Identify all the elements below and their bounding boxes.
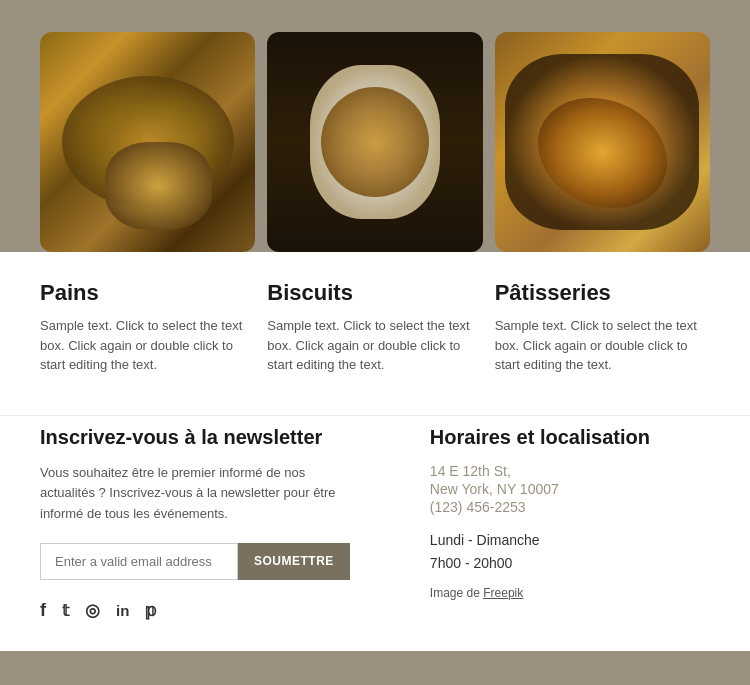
instagram-icon[interactable]: ◎ [85, 600, 100, 621]
social-icons-row: f 𝕥 ◎ in 𝕡 [40, 600, 350, 621]
linkedin-icon[interactable]: in [116, 602, 129, 619]
hours-days: Lundi - Dimanche [430, 532, 540, 548]
pinterest-icon[interactable]: 𝕡 [145, 600, 157, 621]
image-credit-prefix: Image de [430, 586, 483, 600]
bakery-images-row [0, 0, 750, 252]
newsletter-column: Inscrivez-vous à la newsletter Vous souh… [40, 426, 390, 621]
patisseries-item [495, 32, 710, 252]
patisseries-title: Pâtisseries [495, 280, 710, 306]
freepik-link[interactable]: Freepik [483, 586, 523, 600]
biscuits-image [267, 32, 482, 252]
pains-image [40, 32, 255, 252]
biscuits-title: Biscuits [267, 280, 482, 306]
facebook-icon[interactable]: f [40, 600, 46, 621]
patisseries-description: Sample text. Click to select the text bo… [495, 316, 710, 375]
location-title: Horaires et localisation [430, 426, 710, 449]
pains-description: Sample text. Click to select the text bo… [40, 316, 255, 375]
newsletter-description: Vous souhaitez être le premier informé d… [40, 463, 350, 525]
patisseries-image [495, 32, 710, 252]
pains-title: Pains [40, 280, 255, 306]
email-input[interactable] [40, 543, 238, 580]
pains-text: Pains Sample text. Click to select the t… [40, 280, 255, 375]
submit-button[interactable]: SOUMETTRE [238, 543, 350, 580]
biscuits-text: Biscuits Sample text. Click to select th… [267, 280, 482, 375]
newsletter-title: Inscrivez-vous à la newsletter [40, 426, 350, 449]
hours-block: Lundi - Dimanche 7h00 - 20h00 [430, 529, 710, 577]
hours-time: 7h00 - 20h00 [430, 555, 513, 571]
bottom-section: Inscrivez-vous à la newsletter Vous souh… [0, 415, 750, 651]
twitter-icon[interactable]: 𝕥 [62, 601, 69, 620]
biscuits-description: Sample text. Click to select the text bo… [267, 316, 482, 375]
address-line2-link[interactable]: New York, NY 10007 [430, 481, 710, 497]
address-line1-link[interactable]: 14 E 12th St, [430, 463, 710, 479]
products-row: Pains Sample text. Click to select the t… [40, 280, 710, 375]
pains-item [40, 32, 255, 252]
email-form: SOUMETTRE [40, 543, 350, 580]
image-credit: Image de Freepik [430, 586, 710, 600]
phone-link[interactable]: (123) 456-2253 [430, 499, 710, 515]
address-block: 14 E 12th St, New York, NY 10007 (123) 4… [430, 463, 710, 515]
biscuits-item [267, 32, 482, 252]
location-column: Horaires et localisation 14 E 12th St, N… [390, 426, 710, 621]
products-content: Pains Sample text. Click to select the t… [0, 252, 750, 375]
patisseries-text: Pâtisseries Sample text. Click to select… [495, 280, 710, 375]
